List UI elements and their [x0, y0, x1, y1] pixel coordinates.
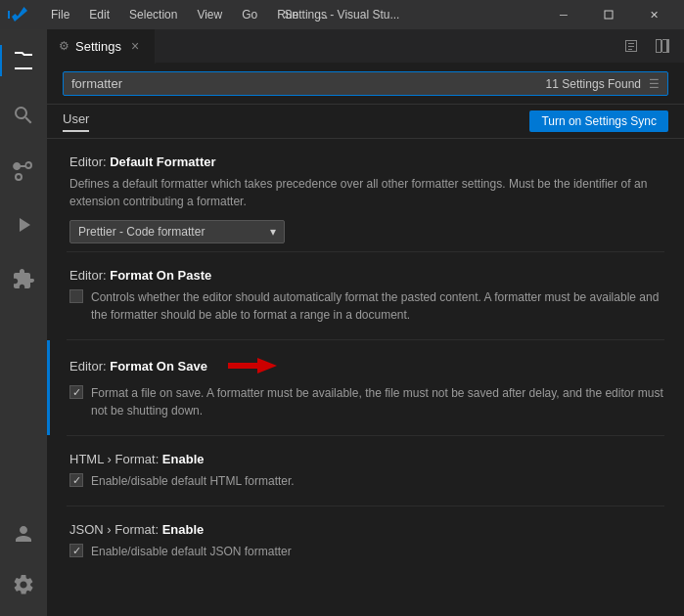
format-on-paste-checkbox[interactable]	[69, 289, 83, 303]
search-input[interactable]	[71, 76, 546, 91]
app-logo	[8, 3, 31, 26]
turn-on-sync-button[interactable]: Turn on Settings Sync	[529, 110, 668, 132]
sidebar-item-account[interactable]	[0, 510, 47, 557]
maximize-button[interactable]	[586, 0, 631, 29]
open-settings-json-button[interactable]	[617, 32, 645, 60]
activity-bar	[0, 29, 47, 616]
user-tab[interactable]: User	[63, 111, 89, 132]
window-title: Settings - Visual Stu...	[285, 8, 400, 22]
tab-actions	[617, 32, 684, 60]
menu-view[interactable]: View	[189, 6, 230, 23]
sidebar-item-search[interactable]	[0, 92, 47, 139]
content-area: ⚙ Settings × 11 Settings Found	[47, 29, 684, 616]
setting-json-format-title: JSON › Format: Enable	[69, 522, 664, 537]
sidebar-item-run[interactable]	[0, 201, 47, 248]
window-controls: ─ ✕	[541, 0, 676, 29]
json-format-checkbox-row: ✓ Enable/disable default JSON formatter	[69, 543, 664, 560]
format-on-save-checkbox-row: ✓ Format a file on save. A formatter mus…	[69, 384, 664, 419]
format-on-paste-desc: Controls whether the editor should autom…	[91, 288, 664, 324]
checkmark-icon: ✓	[72, 386, 81, 399]
user-tab-row: User Turn on Settings Sync	[47, 105, 684, 139]
settings-tab-label: Settings	[75, 39, 121, 54]
menu-edit[interactable]: Edit	[81, 6, 117, 23]
menu-file[interactable]: File	[43, 6, 77, 23]
json-format-checkbox[interactable]: ✓	[69, 544, 83, 557]
format-on-save-checkbox[interactable]: ✓	[69, 385, 83, 399]
main-layout: ⚙ Settings × 11 Settings Found	[0, 29, 684, 616]
setting-format-on-save: Editor: Format On Save ✓ Format a file o	[47, 340, 684, 435]
menu-go[interactable]: Go	[234, 6, 265, 23]
arrow-annotation	[223, 356, 282, 378]
menu-selection[interactable]: Selection	[121, 6, 185, 23]
search-bar: 11 Settings Found ☰	[47, 64, 684, 105]
settings-tab-icon: ⚙	[59, 39, 69, 53]
sidebar-item-settings[interactable]	[0, 561, 47, 608]
settings-content: Editor: Default Formatter Defines a defa…	[47, 139, 684, 576]
json-format-desc: Enable/disable default JSON formatter	[91, 543, 292, 560]
search-results-count: 11 Settings Found	[546, 77, 641, 91]
setting-format-on-paste: Editor: Format On Paste Controls whether…	[47, 252, 684, 339]
setting-format-on-paste-title: Editor: Format On Paste	[69, 268, 664, 283]
svg-rect-0	[605, 11, 613, 19]
activity-bar-bottom	[0, 510, 47, 616]
html-format-checkbox[interactable]: ✓	[69, 473, 83, 487]
close-button[interactable]: ✕	[631, 0, 676, 29]
setting-format-on-save-title: Editor: Format On Save	[69, 356, 664, 378]
setting-json-format-enable: JSON › Format: Enable ✓ Enable/disable d…	[47, 506, 684, 576]
sidebar-item-extensions[interactable]	[0, 256, 47, 303]
setting-default-formatter-title: Editor: Default Formatter	[69, 154, 664, 169]
search-input-wrapper: 11 Settings Found ☰	[63, 71, 668, 96]
sidebar-item-source-control[interactable]	[0, 147, 47, 194]
format-on-save-desc: Format a file on save. A formatter must …	[91, 384, 664, 419]
html-format-desc: Enable/disable default HTML formatter.	[91, 472, 295, 490]
tab-bar: ⚙ Settings ×	[47, 29, 684, 64]
minimize-button[interactable]: ─	[541, 0, 586, 29]
setting-html-format-title: HTML › Format: Enable	[69, 452, 664, 466]
settings-tab[interactable]: ⚙ Settings ×	[47, 29, 156, 64]
settings-tab-close[interactable]: ×	[127, 38, 143, 54]
filter-icon[interactable]: ☰	[649, 77, 660, 91]
dropdown-wrapper: Prettier - Code formatter ▾	[69, 220, 664, 243]
checkmark-icon: ✓	[72, 545, 81, 557]
formatter-dropdown[interactable]: Prettier - Code formatter ▾	[69, 220, 285, 243]
split-editor-button[interactable]	[649, 32, 676, 60]
svg-marker-1	[228, 358, 277, 374]
setting-default-formatter: Editor: Default Formatter Defines a defa…	[47, 139, 684, 251]
setting-default-formatter-desc: Defines a default formatter which takes …	[69, 175, 664, 210]
html-format-checkbox-row: ✓ Enable/disable default HTML formatter.	[69, 472, 664, 490]
checkmark-icon: ✓	[72, 474, 81, 487]
setting-html-format-enable: HTML › Format: Enable ✓ Enable/disable d…	[47, 436, 684, 506]
search-icons: ☰	[649, 77, 660, 91]
settings-container[interactable]: 11 Settings Found ☰ User Turn on Setting…	[47, 64, 684, 616]
sidebar-item-explorer[interactable]	[0, 37, 47, 84]
format-on-paste-checkbox-row: Controls whether the editor should autom…	[69, 288, 664, 324]
title-bar: File Edit Selection View Go Run ... Sett…	[0, 0, 684, 29]
